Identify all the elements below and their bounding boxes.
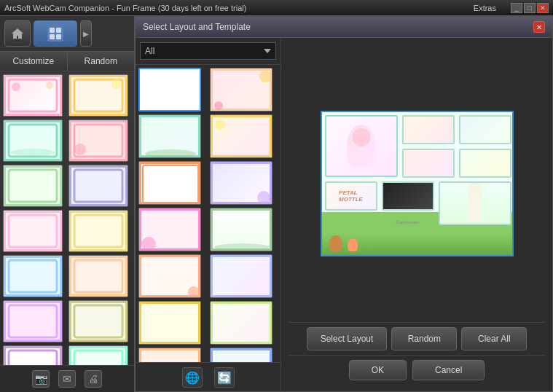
maximize-button[interactable]: □ <box>524 3 536 13</box>
select-layout-button[interactable]: Select Layout <box>307 327 388 350</box>
svg-point-32 <box>141 237 156 251</box>
svg-point-31 <box>257 191 270 204</box>
svg-rect-14 <box>9 170 57 202</box>
template-item[interactable] <box>138 254 201 298</box>
dialog-area: Select Layout and Template ✕ All Animals… <box>135 16 553 392</box>
minimize-button[interactable]: _ <box>511 3 522 13</box>
svg-point-33 <box>214 243 270 251</box>
svg-point-26 <box>259 71 271 82</box>
template-item[interactable] <box>210 301 272 345</box>
svg-rect-30 <box>143 165 198 203</box>
template-item[interactable] <box>210 208 272 251</box>
svg-rect-15 <box>74 170 122 202</box>
list-item[interactable] <box>3 210 63 252</box>
list-item[interactable] <box>68 300 128 342</box>
list-item[interactable] <box>68 210 128 252</box>
layout-template-dialog: Select Layout and Template ✕ All Animals… <box>135 16 553 392</box>
ok-button[interactable]: OK <box>349 360 407 380</box>
sidebar-bottom: 📷 ✉ 🖨 <box>0 365 134 392</box>
svg-point-27 <box>214 101 223 110</box>
globe-icon[interactable]: 🌐 <box>182 367 203 388</box>
list-item[interactable] <box>68 255 128 297</box>
random-layout-button[interactable]: Random <box>391 327 457 350</box>
svg-point-11 <box>11 149 55 156</box>
list-item[interactable] <box>68 74 128 117</box>
template-item[interactable] <box>138 68 201 111</box>
template-item[interactable] <box>210 68 272 111</box>
extras-menu[interactable]: Extras <box>474 4 496 12</box>
dialog-body: All Animals Food Nature Cartoon <box>136 38 552 392</box>
template-panel-bottom: 🌐 🔄 <box>136 362 281 392</box>
customize-button[interactable]: Customize <box>0 52 68 71</box>
dialog-title-bar: Select Layout and Template ✕ <box>136 17 552 38</box>
nav-forward-button[interactable]: ▶ <box>80 20 92 47</box>
template-item[interactable] <box>138 348 201 362</box>
list-item[interactable] <box>68 165 128 207</box>
dialog-title-text: Select Layout and Template <box>143 22 251 32</box>
print-icon[interactable]: 🖨 <box>85 370 102 388</box>
sidebar: ▶ Customize Random <box>0 16 135 392</box>
app-title: ArcSoft WebCam Companion - Fun Frame (30… <box>4 4 474 12</box>
list-item[interactable] <box>3 165 63 207</box>
window-controls: _ □ ✕ <box>511 3 549 13</box>
template-item[interactable] <box>210 114 272 158</box>
home-button[interactable] <box>4 20 31 47</box>
action-buttons: Select Layout Random Clear All <box>289 322 545 355</box>
preview-area: PETALMOTTLE <box>289 45 545 322</box>
template-item[interactable] <box>210 161 272 205</box>
svg-rect-18 <box>9 260 57 292</box>
template-item[interactable] <box>210 348 272 362</box>
svg-point-34 <box>188 286 200 298</box>
mail-icon[interactable]: ✉ <box>58 370 76 388</box>
template-item[interactable] <box>210 254 272 298</box>
list-item[interactable] <box>3 300 63 342</box>
svg-point-13 <box>74 144 86 155</box>
svg-point-9 <box>111 79 122 89</box>
list-item[interactable] <box>3 74 63 117</box>
svg-point-6 <box>12 82 20 91</box>
svg-point-7 <box>46 82 53 89</box>
template-item[interactable] <box>138 208 201 251</box>
ok-cancel-row: OK Cancel <box>289 355 545 385</box>
app-container: ▶ Customize Random <box>0 16 553 392</box>
category-dropdown[interactable]: All Animals Food Nature Cartoon <box>140 42 276 60</box>
svg-rect-2 <box>56 28 61 33</box>
svg-rect-17 <box>74 215 122 247</box>
svg-rect-4 <box>56 34 61 39</box>
dialog-close-button[interactable]: ✕ <box>533 21 545 33</box>
template-item[interactable] <box>138 114 201 158</box>
template-item[interactable] <box>138 301 201 345</box>
svg-point-29 <box>215 119 225 130</box>
svg-rect-1 <box>50 28 55 33</box>
svg-rect-16 <box>9 215 57 247</box>
list-item[interactable] <box>3 345 63 365</box>
sidebar-top: ▶ <box>0 16 134 52</box>
sidebar-buttons: Customize Random <box>0 52 134 71</box>
list-item[interactable] <box>3 255 63 297</box>
title-bar: ArcSoft WebCam Companion - Fun Frame (30… <box>0 0 553 16</box>
svg-rect-21 <box>74 305 122 337</box>
list-item[interactable] <box>3 119 63 162</box>
refresh-icon[interactable]: 🔄 <box>214 367 235 388</box>
preview-panel: PETALMOTTLE <box>281 38 552 392</box>
close-button[interactable]: ✕ <box>537 3 549 13</box>
filter-dropdown-container: All Animals Food Nature Cartoon <box>136 38 281 65</box>
list-item[interactable] <box>68 119 128 162</box>
template-item[interactable] <box>138 161 201 205</box>
cancel-button[interactable]: Cancel <box>412 360 485 380</box>
frame-button[interactable] <box>34 20 77 47</box>
camera-icon[interactable]: 📷 <box>32 370 50 388</box>
svg-rect-19 <box>74 260 122 292</box>
random-button[interactable]: Random <box>68 52 135 71</box>
clear-all-button[interactable]: Clear All <box>461 327 527 350</box>
svg-rect-3 <box>50 34 55 39</box>
svg-rect-22 <box>9 350 57 365</box>
svg-rect-23 <box>74 350 122 365</box>
svg-point-28 <box>145 149 196 158</box>
list-item[interactable] <box>68 345 128 365</box>
svg-rect-20 <box>9 305 57 337</box>
preview-image: PETALMOTTLE <box>321 111 514 256</box>
template-list <box>136 65 281 362</box>
thumbnail-grid <box>0 71 134 365</box>
template-panel: All Animals Food Nature Cartoon <box>136 38 281 392</box>
